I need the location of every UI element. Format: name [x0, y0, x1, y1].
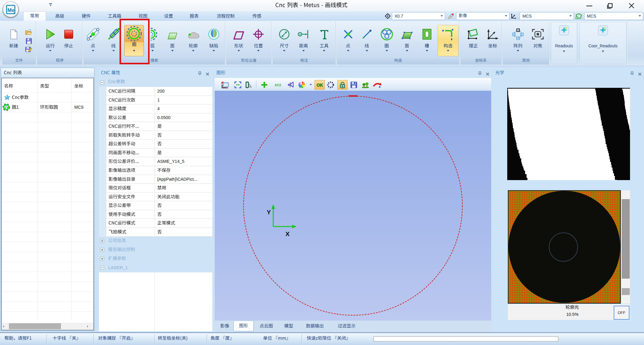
svg-text:Y: Y	[267, 209, 271, 216]
svg-text:X: X	[285, 230, 290, 237]
svg-text:Me: Me	[7, 7, 15, 13]
svg-text:XYZ: XYZ	[275, 83, 281, 87]
svg-text:OK: OK	[317, 83, 323, 88]
